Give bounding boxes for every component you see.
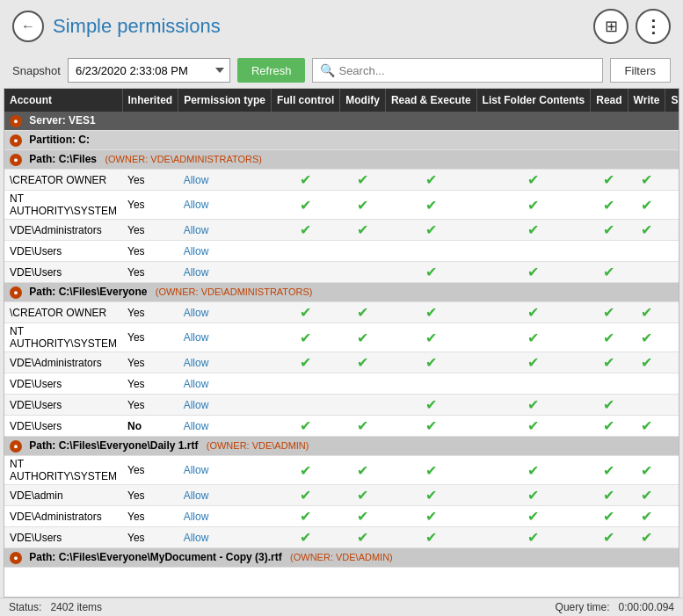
check-icon: ✔ bbox=[641, 418, 652, 433]
cell-read: ✔ bbox=[591, 352, 628, 373]
query-time-text: Query time: 0:00:00.094 bbox=[556, 601, 674, 613]
check-icon: ✔ bbox=[300, 463, 311, 478]
cell-fullctrl: ✔ bbox=[271, 323, 339, 352]
cell-readexec: ✔ bbox=[385, 456, 476, 485]
snapshot-select[interactable]: 6/23/2020 2:33:08 PM bbox=[68, 58, 230, 83]
check-icon: ✔ bbox=[357, 488, 368, 503]
check-icon: ✔ bbox=[641, 198, 652, 213]
cell-readexec: ✔ bbox=[385, 220, 476, 241]
col-header-readexec: Read & Execute bbox=[385, 89, 476, 112]
check-icon: ✔ bbox=[527, 265, 539, 279]
owner-text: (OWNER: VDE\ADMIN) bbox=[290, 552, 393, 562]
partition-row: ● Partition: C: bbox=[4, 131, 679, 150]
filters-button[interactable]: Filters bbox=[610, 58, 671, 83]
check-icon: ✔ bbox=[357, 509, 368, 524]
cell-modify: ✔ bbox=[340, 220, 386, 241]
group-icon: ● bbox=[10, 115, 22, 127]
cell-listfolder: ✔ bbox=[476, 485, 591, 506]
path-text: Path: C:\Files\Everyone\Daily 1.rtf bbox=[29, 439, 198, 452]
cell-permtype: Allow bbox=[178, 191, 272, 220]
check-icon: ✔ bbox=[357, 198, 368, 213]
cell-fullctrl: ✔ bbox=[271, 352, 339, 373]
search-box: 🔍 bbox=[312, 58, 602, 83]
cell-inherited: Yes bbox=[122, 352, 178, 373]
back-button[interactable]: ← bbox=[12, 11, 44, 42]
cell-listfolder: ✔ bbox=[476, 170, 591, 191]
cell-listfolder: ✔ bbox=[476, 416, 591, 437]
cell-listfolder: ✔ bbox=[476, 506, 591, 527]
cell-listfolder: ✔ bbox=[476, 456, 591, 485]
check-icon: ✔ bbox=[603, 330, 614, 345]
cell-readexec: ✔ bbox=[385, 395, 476, 416]
cell-fullctrl: ✔ bbox=[271, 485, 339, 506]
cell-readexec: ✔ bbox=[385, 262, 476, 283]
grid-view-button[interactable]: ⊞ bbox=[593, 9, 629, 44]
cell-modify: ✔ bbox=[340, 485, 386, 506]
check-icon: ✔ bbox=[300, 198, 311, 213]
cell-account: VDE\Administrators bbox=[4, 352, 122, 373]
cell-write: ✔ bbox=[628, 416, 665, 437]
table-row: \CREATOR OWNER Yes Allow ✔ ✔ ✔ ✔ ✔ ✔ bbox=[4, 302, 679, 323]
partition-icon: ● bbox=[10, 134, 22, 147]
search-icon: 🔍 bbox=[320, 63, 335, 77]
refresh-button[interactable]: Refresh bbox=[237, 58, 306, 83]
cell-readexec: ✔ bbox=[385, 170, 476, 191]
table-row: VDE\Administrators Yes Allow ✔ ✔ ✔ ✔ ✔ ✔ bbox=[4, 506, 679, 527]
check-icon: ✔ bbox=[603, 397, 614, 412]
cell-fullctrl: ✔ bbox=[271, 456, 339, 485]
cell-read: ✔ bbox=[591, 191, 628, 220]
check-icon: ✔ bbox=[527, 488, 539, 503]
more-options-button[interactable]: ⋮ bbox=[636, 9, 671, 44]
check-icon: ✔ bbox=[425, 222, 437, 237]
app-title: Simple permissions bbox=[53, 15, 221, 38]
cell-modify bbox=[340, 262, 386, 283]
check-icon: ✔ bbox=[641, 172, 652, 187]
cell-account: VDE\Users bbox=[4, 262, 122, 283]
check-icon: ✔ bbox=[300, 172, 311, 187]
cell-write: ✔ bbox=[628, 323, 665, 352]
cell-special bbox=[665, 352, 679, 373]
cell-permtype: Allow bbox=[178, 302, 272, 323]
col-header-special: Special permissions bbox=[665, 89, 679, 112]
cell-permtype: Allow bbox=[178, 506, 272, 527]
cell-inherited: Yes bbox=[122, 527, 178, 548]
cell-special bbox=[665, 506, 679, 527]
cell-inherited: Yes bbox=[122, 302, 178, 323]
cell-account: VDE\admin bbox=[4, 485, 122, 506]
cell-listfolder: ✔ bbox=[476, 323, 591, 352]
cell-inherited: Yes bbox=[122, 241, 178, 262]
cell-modify bbox=[340, 241, 386, 262]
cell-write: ✔ bbox=[628, 527, 665, 548]
cell-readexec: ✔ bbox=[385, 302, 476, 323]
table-row: NT AUTHORITY\SYSTEM Yes Allow ✔ ✔ ✔ ✔ ✔ … bbox=[4, 191, 679, 220]
col-header-listfolder: List Folder Contents bbox=[476, 89, 591, 112]
search-input[interactable] bbox=[338, 64, 594, 77]
check-icon: ✔ bbox=[300, 330, 311, 345]
cell-read: ✔ bbox=[591, 485, 628, 506]
cell-modify: ✔ bbox=[340, 416, 386, 437]
cell-inherited: Yes bbox=[122, 485, 178, 506]
cell-modify: ✔ bbox=[340, 527, 386, 548]
col-header-fullctrl: Full control bbox=[271, 89, 339, 112]
check-icon: ✔ bbox=[527, 397, 539, 412]
cell-modify bbox=[340, 395, 386, 416]
check-icon: ✔ bbox=[603, 222, 614, 237]
check-icon: ✔ bbox=[300, 488, 311, 503]
check-icon: ✔ bbox=[425, 509, 437, 524]
cell-listfolder: ✔ bbox=[476, 191, 591, 220]
cell-special: ✔ bbox=[665, 373, 679, 395]
snapshot-label: Snapshot bbox=[12, 64, 61, 77]
check-icon: ✔ bbox=[300, 355, 311, 370]
cell-listfolder bbox=[476, 241, 591, 262]
cell-account: VDE\Administrators bbox=[4, 220, 122, 241]
path-icon: ● bbox=[10, 552, 22, 564]
cell-inherited: Yes bbox=[122, 373, 178, 395]
cell-modify: ✔ bbox=[340, 323, 386, 352]
cell-special bbox=[665, 262, 679, 283]
path-icon: ● bbox=[10, 154, 22, 166]
table-header-row: Account Inherited Permission type Full c… bbox=[4, 89, 679, 112]
cell-permtype: Allow bbox=[178, 352, 272, 373]
table-container[interactable]: Account Inherited Permission type Full c… bbox=[4, 88, 679, 598]
cell-special bbox=[665, 191, 679, 220]
cell-read: ✔ bbox=[591, 302, 628, 323]
